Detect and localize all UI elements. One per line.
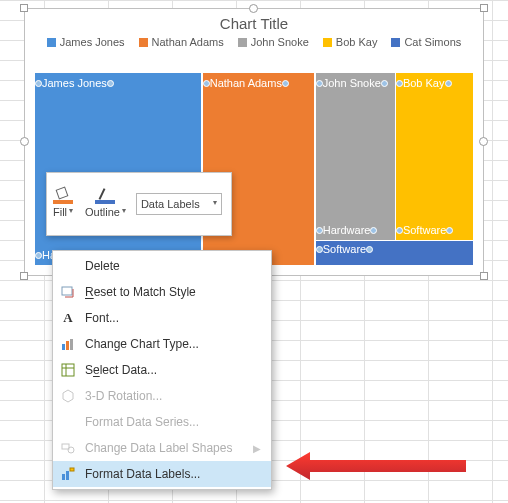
svg-rect-3	[70, 339, 73, 350]
menu-item-change-chart-type[interactable]: Change Chart Type...	[53, 331, 271, 357]
resize-handle-nw[interactable]	[20, 4, 28, 12]
treemap-cell-nathan-adams[interactable]: Nathan Adams	[203, 73, 315, 265]
menu-label: Font...	[85, 311, 119, 325]
data-label[interactable]: Hardware	[321, 223, 373, 237]
menu-item-format-data-labels[interactable]: Format Data Labels...	[53, 461, 271, 487]
chevron-down-icon: ▾	[213, 200, 217, 206]
legend-swatch	[323, 38, 332, 47]
context-menu: Delete Reset to Match Style A Font... Ch…	[52, 250, 272, 490]
legend-item[interactable]: John Snoke	[238, 36, 309, 48]
legend-label: Nathan Adams	[152, 36, 224, 48]
legend-label: Cat Simons	[404, 36, 461, 48]
menu-item-delete[interactable]: Delete	[53, 253, 271, 279]
menu-label: Delete	[85, 259, 120, 273]
font-icon: A	[59, 309, 77, 327]
fill-label: Fill	[53, 206, 67, 218]
element-picker-combo[interactable]: Data Labels ▾	[136, 193, 222, 215]
menu-label: Change Data Label Shapes	[85, 441, 232, 455]
treemap-cell-james-jones[interactable]: James Jones Hard	[35, 73, 201, 265]
svg-rect-2	[66, 341, 69, 350]
pen-icon	[95, 190, 115, 204]
chart-title[interactable]: Chart Title	[25, 9, 483, 36]
data-label[interactable]: Software	[321, 242, 368, 256]
data-label[interactable]: Bob Kay	[401, 76, 447, 90]
svg-rect-0	[62, 287, 72, 295]
data-label[interactable]: Nathan Adams	[208, 76, 284, 90]
paint-bucket-icon	[53, 190, 73, 204]
menu-item-reset-style[interactable]: Reset to Match Style	[53, 279, 271, 305]
plot-area[interactable]: James Jones Hard Nathan Adams John Snoke…	[35, 73, 473, 265]
treemap-cell-john-snoke[interactable]: John Snoke Hardware	[316, 73, 395, 240]
menu-item-select-data[interactable]: Select Data...	[53, 357, 271, 383]
legend-swatch	[391, 38, 400, 47]
treemap-cell-bob-kay[interactable]: Bob Kay Software	[396, 73, 473, 240]
legend-item[interactable]: Bob Kay	[323, 36, 378, 48]
chevron-down-icon: ▾	[122, 208, 126, 214]
legend-label: James Jones	[60, 36, 125, 48]
chevron-down-icon: ▾	[69, 208, 73, 214]
fill-button[interactable]: Fill ▾	[47, 173, 79, 235]
menu-label: Format Data Series...	[85, 415, 199, 429]
legend-item[interactable]: James Jones	[47, 36, 125, 48]
svg-rect-4	[62, 364, 74, 376]
menu-label: Select Data...	[85, 363, 157, 377]
reset-style-icon	[59, 283, 77, 301]
legend-item[interactable]: Cat Simons	[391, 36, 461, 48]
cube-icon	[59, 387, 77, 405]
menu-item-change-label-shapes: Change Data Label Shapes ▶	[53, 435, 271, 461]
legend-swatch	[139, 38, 148, 47]
outline-label: Outline	[85, 206, 120, 218]
submenu-arrow-icon: ▶	[253, 443, 261, 454]
treemap-cell-cat-simons[interactable]: Software	[316, 241, 473, 265]
legend-label: Bob Kay	[336, 36, 378, 48]
menu-label: Change Chart Type...	[85, 337, 199, 351]
menu-label: Reset to Match Style	[85, 285, 196, 299]
svg-rect-9	[62, 474, 65, 480]
legend-swatch	[238, 38, 247, 47]
blank-icon	[59, 257, 77, 275]
data-label[interactable]: James Jones	[40, 76, 109, 90]
resize-handle-se[interactable]	[480, 272, 488, 280]
menu-label: Format Data Labels...	[85, 467, 200, 481]
legend-swatch	[47, 38, 56, 47]
data-label[interactable]: Software	[401, 223, 448, 237]
shapes-icon	[59, 439, 77, 457]
data-label[interactable]: John Snoke	[321, 76, 383, 90]
menu-item-font[interactable]: A Font...	[53, 305, 271, 331]
svg-rect-1	[62, 344, 65, 350]
svg-rect-7	[62, 444, 69, 449]
menu-item-3d-rotation: 3-D Rotation...	[53, 383, 271, 409]
legend-item[interactable]: Nathan Adams	[139, 36, 224, 48]
legend-label: John Snoke	[251, 36, 309, 48]
svg-point-8	[68, 447, 74, 453]
resize-handle-n[interactable]	[249, 4, 258, 13]
blank-icon	[59, 413, 77, 431]
resize-handle-w[interactable]	[20, 137, 29, 146]
select-data-icon	[59, 361, 77, 379]
chart-type-icon	[59, 335, 77, 353]
menu-item-format-data-series: Format Data Series...	[53, 409, 271, 435]
resize-handle-ne[interactable]	[480, 4, 488, 12]
chart-legend[interactable]: James Jones Nathan Adams John Snoke Bob …	[25, 36, 483, 54]
outline-button[interactable]: Outline ▾	[79, 173, 132, 235]
svg-rect-10	[66, 471, 69, 480]
combo-value: Data Labels	[141, 198, 200, 210]
format-labels-icon	[59, 465, 77, 483]
svg-rect-11	[70, 468, 74, 471]
resize-handle-sw[interactable]	[20, 272, 28, 280]
resize-handle-e[interactable]	[479, 137, 488, 146]
menu-label: 3-D Rotation...	[85, 389, 162, 403]
mini-toolbar: Fill ▾ Outline ▾ Data Labels ▾	[46, 172, 232, 236]
